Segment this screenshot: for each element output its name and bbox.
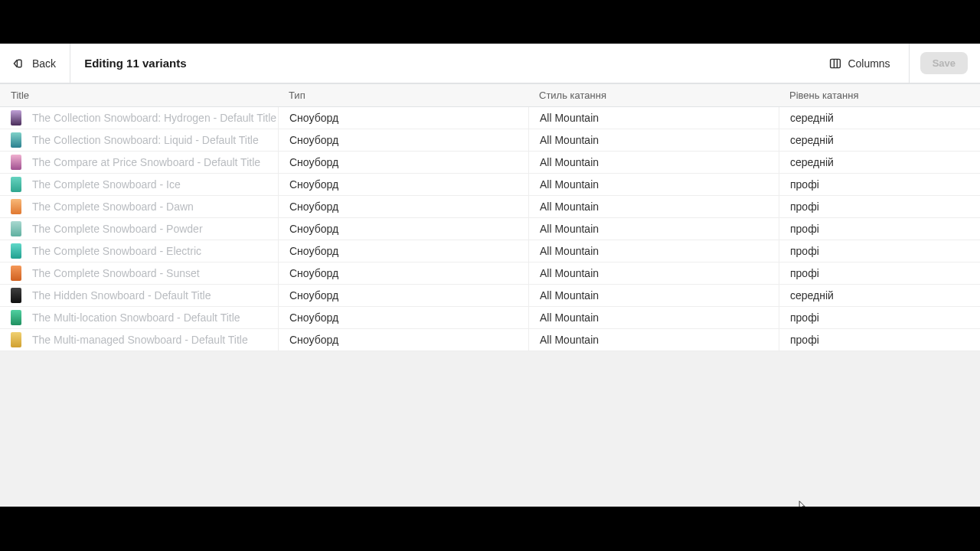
cell-level[interactable]: середній: [779, 107, 980, 129]
cell-type[interactable]: Сноуборд: [278, 240, 528, 262]
title-text: The Collection Snowboard: Liquid - Defau…: [32, 134, 259, 146]
table-row[interactable]: The Multi-managed Snowboard - Default Ti…: [0, 329, 980, 351]
table-row[interactable]: The Complete Snowboard - SunsetСноубордA…: [0, 262, 980, 285]
variants-table: Title Тип Стиль катання Рівень катання T…: [0, 83, 980, 351]
title-text: The Compare at Price Snowboard - Default…: [32, 156, 260, 168]
save-button[interactable]: Save: [920, 52, 968, 74]
cell-title: The Complete Snowboard - Electric: [0, 243, 278, 259]
title-text: The Multi-location Snowboard - Default T…: [32, 311, 240, 324]
cell-style[interactable]: All Mountain: [528, 262, 779, 284]
cell-level[interactable]: середній: [779, 129, 980, 151]
column-header-type[interactable]: Тип: [278, 90, 528, 101]
table-row[interactable]: The Multi-location Snowboard - Default T…: [0, 307, 980, 329]
product-thumbnail: [11, 288, 21, 303]
cell-style[interactable]: All Mountain: [528, 107, 779, 129]
top-bar: Back Editing 11 variants Columns Save: [0, 44, 980, 83]
cell-title: The Compare at Price Snowboard - Default…: [0, 155, 278, 170]
cell-style[interactable]: All Mountain: [528, 152, 779, 173]
title-text: The Complete Snowboard - Dawn: [32, 201, 194, 213]
divider: [70, 44, 70, 83]
product-thumbnail: [11, 310, 21, 325]
column-header-title[interactable]: Title: [0, 90, 278, 101]
product-thumbnail: [11, 199, 21, 214]
title-text: The Multi-managed Snowboard - Default Ti…: [32, 334, 248, 346]
table-row[interactable]: The Compare at Price Snowboard - Default…: [0, 152, 980, 174]
column-header-level[interactable]: Рівень катання: [779, 90, 980, 101]
table-row[interactable]: The Complete Snowboard - DawnСноубордAll…: [0, 196, 980, 218]
cell-title: The Complete Snowboard - Powder: [0, 221, 278, 236]
page-title: Editing 11 variants: [84, 57, 186, 70]
cell-title: The Complete Snowboard - Dawn: [0, 199, 278, 214]
product-thumbnail: [11, 332, 21, 347]
svg-rect-0: [17, 60, 21, 67]
table-row[interactable]: The Complete Snowboard - PowderСноубордA…: [0, 218, 980, 240]
table-row[interactable]: The Collection Snowboard: Hydrogen - Def…: [0, 107, 980, 129]
cell-style[interactable]: All Mountain: [528, 218, 779, 240]
cell-style[interactable]: All Mountain: [528, 307, 779, 328]
table-row[interactable]: The Complete Snowboard - ElectricСноубор…: [0, 240, 980, 262]
cell-style[interactable]: All Mountain: [528, 174, 779, 195]
cell-title: The Collection Snowboard: Liquid - Defau…: [0, 132, 278, 148]
table-row[interactable]: The Hidden Snowboard - Default TitleСноу…: [0, 285, 980, 307]
cell-level[interactable]: профі: [779, 174, 980, 195]
cell-type[interactable]: Сноуборд: [278, 196, 528, 217]
table-header-row: Title Тип Стиль катання Рівень катання: [0, 84, 980, 107]
cell-level[interactable]: профі: [779, 307, 980, 328]
columns-icon: [829, 57, 841, 70]
cell-title: The Multi-managed Snowboard - Default Ti…: [0, 332, 278, 347]
product-thumbnail: [11, 132, 21, 148]
product-thumbnail: [11, 110, 21, 126]
back-icon: [12, 57, 24, 70]
product-thumbnail: [11, 155, 21, 170]
cell-type[interactable]: Сноуборд: [278, 285, 528, 306]
cell-level[interactable]: профі: [779, 262, 980, 284]
column-header-style[interactable]: Стиль катання: [528, 90, 779, 101]
back-button[interactable]: Back: [12, 57, 70, 70]
cell-style[interactable]: All Mountain: [528, 240, 779, 262]
cell-level[interactable]: профі: [779, 329, 980, 350]
title-text: The Complete Snowboard - Sunset: [32, 267, 200, 279]
cell-level[interactable]: профі: [779, 218, 980, 240]
cell-type[interactable]: Сноуборд: [278, 307, 528, 328]
cell-title: The Hidden Snowboard - Default Title: [0, 288, 278, 303]
title-text: The Complete Snowboard - Electric: [32, 245, 201, 257]
svg-rect-1: [831, 59, 841, 67]
title-text: The Collection Snowboard: Hydrogen - Def…: [32, 112, 276, 124]
cell-title: The Multi-location Snowboard - Default T…: [0, 310, 278, 325]
cell-title: The Collection Snowboard: Hydrogen - Def…: [0, 110, 278, 126]
app-frame: Back Editing 11 variants Columns Save Ti…: [0, 44, 980, 507]
product-thumbnail: [11, 266, 21, 281]
back-label: Back: [32, 57, 56, 70]
product-thumbnail: [11, 243, 21, 259]
cell-type[interactable]: Сноуборд: [278, 329, 528, 350]
cell-title: The Complete Snowboard - Sunset: [0, 266, 278, 281]
cell-style[interactable]: All Mountain: [528, 285, 779, 306]
cell-level[interactable]: профі: [779, 196, 980, 217]
product-thumbnail: [11, 177, 21, 192]
columns-button[interactable]: Columns: [822, 53, 897, 74]
cell-style[interactable]: All Mountain: [528, 129, 779, 151]
columns-label: Columns: [848, 57, 890, 70]
cell-type[interactable]: Сноуборд: [278, 174, 528, 195]
table-row[interactable]: The Collection Snowboard: Liquid - Defau…: [0, 129, 980, 152]
product-thumbnail: [11, 221, 21, 236]
cell-type[interactable]: Сноуборд: [278, 152, 528, 173]
divider: [909, 44, 910, 83]
cell-type[interactable]: Сноуборд: [278, 107, 528, 129]
cell-style[interactable]: All Mountain: [528, 196, 779, 217]
cell-level[interactable]: середній: [779, 152, 980, 173]
table-row[interactable]: The Complete Snowboard - IceСноубордAll …: [0, 174, 980, 196]
title-text: The Hidden Snowboard - Default Title: [32, 289, 211, 302]
cell-title: The Complete Snowboard - Ice: [0, 177, 278, 192]
title-text: The Complete Snowboard - Ice: [32, 178, 181, 191]
cell-type[interactable]: Сноуборд: [278, 262, 528, 284]
cell-level[interactable]: профі: [779, 240, 980, 262]
cell-level[interactable]: середній: [779, 285, 980, 306]
title-text: The Complete Snowboard - Powder: [32, 223, 203, 235]
cell-type[interactable]: Сноуборд: [278, 129, 528, 151]
cell-type[interactable]: Сноуборд: [278, 218, 528, 240]
cell-style[interactable]: All Mountain: [528, 329, 779, 350]
